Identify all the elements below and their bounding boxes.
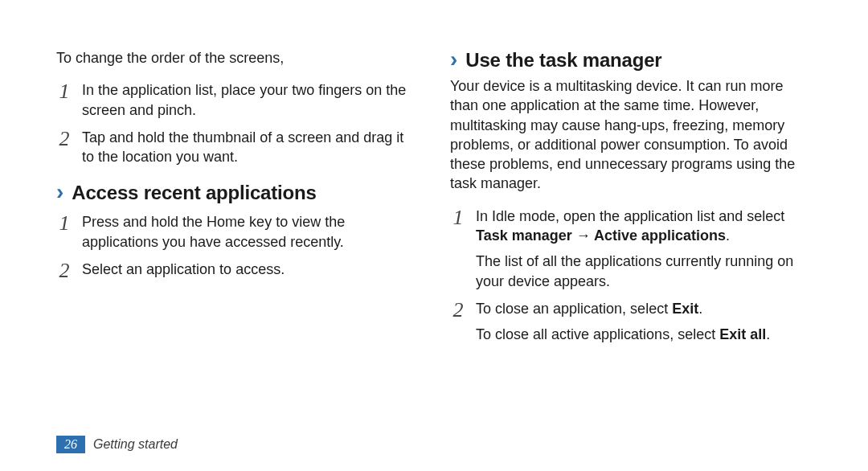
chevron-right-icon: › <box>450 48 457 71</box>
text-line: The list of all the applications current… <box>476 252 812 291</box>
reorder-steps: In the application list, place your two … <box>56 80 418 166</box>
step-text: Press and hold the Home key to view the … <box>82 212 418 252</box>
section-heading-task-manager: › Use the task manager <box>450 48 812 72</box>
step-text: To close an application, select Exit. To… <box>476 299 812 345</box>
step-text: Tap and hold the thumbnail of a screen a… <box>82 128 418 167</box>
heading-text: Access recent applications <box>72 182 316 204</box>
page-number: 26 <box>56 436 85 453</box>
task-manager-intro: Your device is a multitasking device. It… <box>450 76 812 194</box>
left-column: To change the order of the screens, In t… <box>56 48 418 353</box>
step-text: Select an application to access. <box>82 260 418 279</box>
text-run: To close all active applications, select <box>476 326 719 342</box>
text-bold: Exit all <box>719 326 766 342</box>
chevron-right-icon: › <box>56 181 63 203</box>
text-run: In Idle mode, open the application list … <box>476 208 784 224</box>
heading-text: Use the task manager <box>465 49 661 72</box>
page-content: To change the order of the screens, In t… <box>0 0 868 353</box>
page-footer: 26 Getting started <box>56 436 186 453</box>
step-text: In the application list, place your two … <box>82 80 418 120</box>
step-item: To close an application, select Exit. To… <box>450 299 812 345</box>
step-item: Tap and hold the thumbnail of a screen a… <box>56 128 418 167</box>
text-bold: Task manager → Active applications <box>476 227 726 244</box>
intro-text: To change the order of the screens, <box>56 48 418 68</box>
text-run: . <box>726 227 730 244</box>
task-manager-steps: In Idle mode, open the application list … <box>450 207 812 345</box>
step-item: In the application list, place your two … <box>56 80 418 120</box>
section-label: Getting started <box>85 436 186 453</box>
access-recent-steps: Press and hold the Home key to view the … <box>56 212 418 282</box>
section-heading-access-recent: › Access recent applications <box>56 181 418 204</box>
step-text: In Idle mode, open the application list … <box>476 207 812 291</box>
step-item: Select an application to access. <box>56 260 418 283</box>
step-item: In Idle mode, open the application list … <box>450 207 812 291</box>
text-run: . <box>698 301 702 317</box>
text-bold: Exit <box>672 301 698 317</box>
step-item: Press and hold the Home key to view the … <box>56 212 418 252</box>
text-run: To close an application, select <box>476 301 672 317</box>
right-column: › Use the task manager Your device is a … <box>450 48 812 353</box>
text-run: . <box>766 326 770 342</box>
